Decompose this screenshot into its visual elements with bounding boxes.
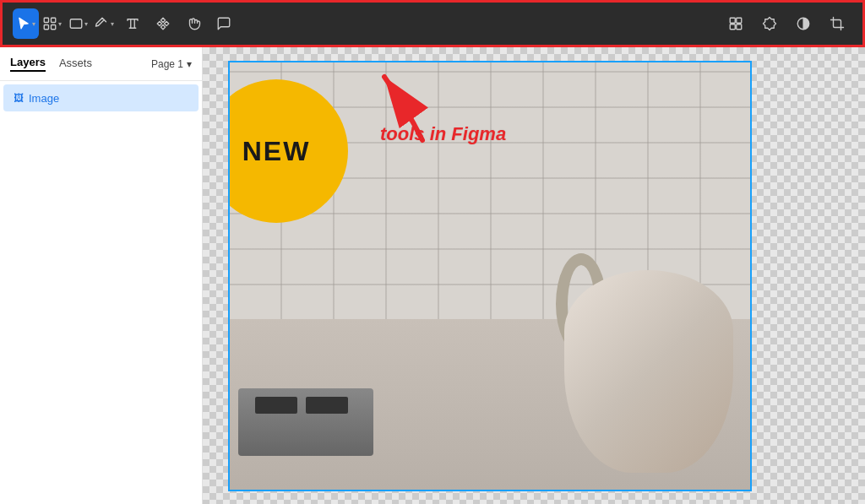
pen-icon: [95, 16, 110, 31]
main-content: Layers Assets Page 1 ▾ 🖼 Image: [0, 47, 865, 504]
layers-tab[interactable]: Layers: [10, 56, 46, 72]
rectangle-icon: [68, 16, 84, 31]
new-badge-text: NEW: [242, 136, 311, 167]
toaster-slot-2: [306, 397, 348, 414]
canvas-area[interactable]: NEW: [203, 47, 865, 504]
kitchen-image: NEW: [230, 62, 750, 490]
text-icon: [125, 16, 140, 31]
assets-tab[interactable]: Assets: [59, 57, 92, 71]
plugins-icon: [762, 16, 777, 31]
layer-item-image[interactable]: 🖼 Image: [3, 84, 199, 111]
select-tool-chevron: ▾: [32, 20, 35, 28]
chevron-down-icon: ▾: [187, 58, 192, 70]
svg-rect-4: [70, 19, 82, 29]
component-tool-button[interactable]: [148, 8, 178, 39]
svg-rect-1: [52, 18, 56, 22]
svg-rect-5: [730, 18, 735, 23]
sidebar-tabs: Layers Assets Page 1 ▾: [0, 47, 202, 81]
pen-tool-chevron: ▾: [111, 20, 114, 28]
pen-tool-button[interactable]: ▾: [91, 8, 117, 39]
kettle: [547, 236, 733, 473]
frame-icon: [42, 16, 57, 31]
frame-tool-button[interactable]: ▾: [39, 8, 65, 39]
svg-rect-2: [44, 25, 48, 30]
page-selector[interactable]: Page 1 ▾: [151, 58, 192, 70]
select-tool-button[interactable]: ▾: [13, 8, 39, 39]
toaster: [238, 355, 373, 456]
svg-rect-3: [52, 25, 56, 30]
toaster-slot-1: [255, 397, 297, 414]
kettle-body: [564, 270, 733, 473]
frame-tool-chevron: ▾: [58, 20, 62, 28]
contrast-button[interactable]: [788, 8, 819, 39]
svg-rect-8: [737, 24, 742, 30]
toaster-body: [238, 388, 373, 456]
comment-icon: [216, 16, 231, 31]
comment-tool-button[interactable]: [209, 8, 239, 39]
text-tool-button[interactable]: [117, 8, 148, 39]
shape-tool-chevron: ▾: [84, 20, 88, 28]
layers-list: 🖼 Image: [0, 81, 202, 504]
crop-icon: [830, 16, 845, 31]
shape-tool-button[interactable]: ▾: [65, 8, 91, 39]
toolbar-right: [721, 8, 852, 39]
transform-icon: [728, 16, 743, 31]
canvas-frame: NEW: [228, 61, 752, 491]
svg-rect-0: [44, 18, 48, 22]
svg-rect-7: [730, 24, 735, 30]
crop-button[interactable]: [822, 8, 852, 39]
transform-button[interactable]: [721, 8, 751, 39]
svg-rect-6: [737, 18, 742, 23]
hand-icon: [186, 16, 201, 31]
plugins-button[interactable]: [754, 8, 785, 39]
contrast-icon: [796, 16, 811, 31]
page-selector-label: Page 1: [151, 58, 183, 70]
cursor-icon: [16, 16, 31, 31]
layer-item-label: Image: [29, 92, 59, 105]
hand-tool-button[interactable]: [178, 8, 209, 39]
toolbar: ▾ ▾ ▾ ▾: [0, 0, 865, 47]
sidebar: Layers Assets Page 1 ▾ 🖼 Image: [0, 47, 203, 504]
layer-image-icon: 🖼: [14, 92, 24, 104]
component-icon: [155, 16, 171, 31]
